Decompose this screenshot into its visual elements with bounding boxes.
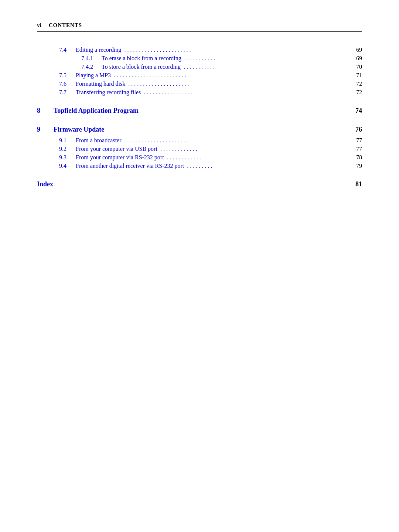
entry-title-9-4: From another digital receiver via RS-232…: [76, 163, 184, 169]
chapter-9-number: 9: [37, 126, 54, 133]
chapter-8[interactable]: 8 Topfield Application Program 74: [37, 107, 362, 115]
index-section[interactable]: Index 81: [37, 180, 362, 188]
page: vi CONTENTS 7.4 Editing a recording . . …: [0, 0, 399, 532]
toc-entry-9-3[interactable]: 9.3 From your computer via RS-232 port .…: [59, 154, 362, 161]
entry-title-9-2: From your computer via USB port: [76, 146, 157, 152]
entry-dots-7-4-2: . . . . . . . . . . .: [182, 64, 349, 70]
toc-section-9: 9 Firmware Update 76 9.1 From a broadcas…: [37, 126, 362, 169]
entry-page-7-7: 72: [351, 89, 362, 96]
entry-dots-9-1: . . . . . . . . . . . . . . . . . . . . …: [123, 137, 349, 144]
entry-page-7-4: 69: [351, 47, 362, 53]
toc-entry-7-4-2[interactable]: 7.4.2 To store a block from a recording …: [81, 64, 362, 70]
entry-page-9-4: 79: [351, 163, 362, 169]
entry-dots-9-4: . . . . . . . . .: [185, 163, 349, 169]
toc-entry-7-7[interactable]: 7.7 Transferring recording files . . . .…: [59, 89, 362, 96]
entry-number-7-4-2: 7.4.2: [81, 64, 102, 70]
entry-dots-7-7: . . . . . . . . . . . . . . . . .: [142, 89, 349, 96]
entry-number-9-1: 9.1: [59, 137, 76, 144]
index-page: 81: [351, 180, 362, 188]
chapter-9[interactable]: 9 Firmware Update 76: [37, 126, 362, 133]
toc-entry-9-2[interactable]: 9.2 From your computer via USB port . . …: [59, 146, 362, 152]
entry-dots-7-5: . . . . . . . . . . . . . . . . . . . . …: [112, 72, 349, 79]
chapter-9-title: Firmware Update: [54, 126, 351, 133]
entry-page-9-1: 77: [351, 137, 362, 144]
entry-dots-9-2: . . . . . . . . . . . . .: [159, 146, 349, 152]
chapter-8-number: 8: [37, 107, 54, 115]
toc-entry-9-4[interactable]: 9.4 From another digital receiver via RS…: [59, 163, 362, 169]
entry-page-7-4-2: 70: [351, 64, 362, 70]
header-title: CONTENTS: [49, 22, 82, 28]
entry-number-9-2: 9.2: [59, 146, 76, 152]
entry-number-7-6: 7.6: [59, 81, 76, 87]
header-roman: vi: [37, 22, 41, 28]
toc-entry-7-5[interactable]: 7.5 Playing a MP3 . . . . . . . . . . . …: [59, 72, 362, 79]
entry-title-7-4: Editing a recording: [76, 47, 122, 53]
entry-page-9-2: 77: [351, 146, 362, 152]
entry-title-7-6: Formatting hard disk: [76, 81, 125, 87]
entry-number-9-4: 9.4: [59, 163, 76, 169]
toc-section-7: 7.4 Editing a recording . . . . . . . . …: [37, 47, 362, 96]
page-header: vi CONTENTS: [37, 22, 362, 32]
entry-page-9-3: 78: [351, 154, 362, 161]
entry-number-7-4: 7.4: [59, 47, 76, 53]
chapter-8-title: Topfield Application Program: [54, 107, 351, 115]
index-title: Index: [37, 180, 351, 188]
entry-dots-7-4: . . . . . . . . . . . . . . . . . . . . …: [123, 47, 349, 53]
entry-title-7-7: Transferring recording files: [76, 89, 141, 96]
toc-entry-9-1[interactable]: 9.1 From a broadcaster . . . . . . . . .…: [59, 137, 362, 144]
entry-title-7-4-1: To erase a block from a recording: [102, 55, 181, 62]
entry-title-7-4-2: To store a block from a recording: [102, 64, 181, 70]
toc-entry-7-4[interactable]: 7.4 Editing a recording . . . . . . . . …: [59, 47, 362, 53]
entry-page-7-5: 71: [351, 72, 362, 79]
entry-dots-7-4-1: . . . . . . . . . . .: [183, 55, 349, 62]
toc-entry-7-6[interactable]: 7.6 Formatting hard disk . . . . . . . .…: [59, 81, 362, 87]
toc-entry-7-4-1[interactable]: 7.4.1 To erase a block from a recording …: [81, 55, 362, 62]
chapter-9-page: 76: [351, 126, 362, 133]
entry-dots-7-6: . . . . . . . . . . . . . . . . . . . . …: [127, 81, 349, 87]
entry-title-9-3: From your computer via RS-232 port: [76, 154, 164, 161]
entry-page-7-6: 72: [351, 81, 362, 87]
entry-page-7-4-1: 69: [351, 55, 362, 62]
entry-number-9-3: 9.3: [59, 154, 76, 161]
entry-number-7-5: 7.5: [59, 72, 76, 79]
entry-dots-9-3: . . . . . . . . . . . .: [166, 154, 349, 161]
entry-number-7-4-1: 7.4.1: [81, 55, 102, 62]
entry-title-7-5: Playing a MP3: [76, 72, 111, 79]
entry-title-9-1: From a broadcaster: [76, 137, 122, 144]
chapter-8-page: 74: [351, 107, 362, 115]
entry-number-7-7: 7.7: [59, 89, 76, 96]
